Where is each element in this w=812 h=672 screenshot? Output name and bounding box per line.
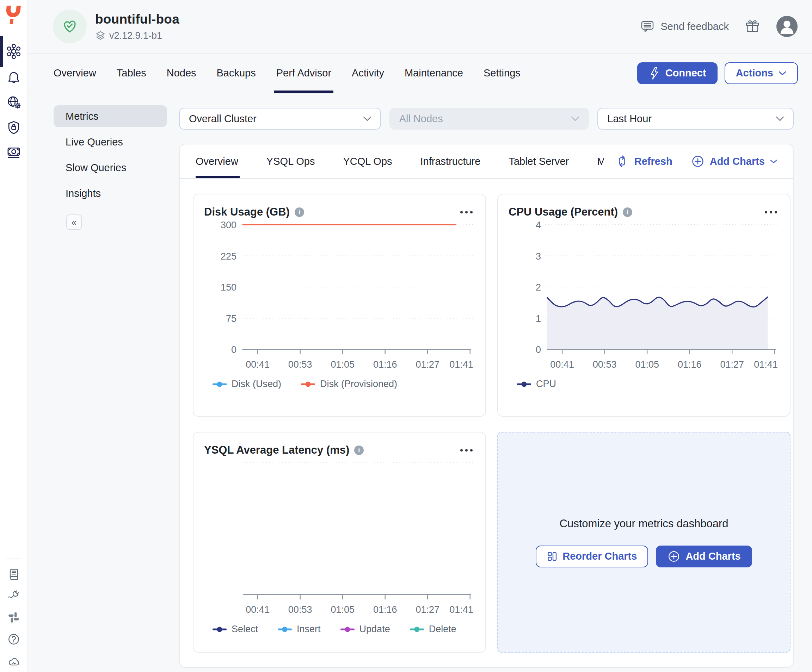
metric-tabs: Overview YSQL Ops YCQL Ops Infrastructur… <box>196 145 604 178</box>
rail-security-icon[interactable] <box>0 115 28 140</box>
ysql-latency-legend: SelectInsertUpdateDelete <box>213 624 475 635</box>
metric-tab-tablet-server[interactable]: Tablet Server <box>508 145 569 178</box>
cluster-nav: Overview Tables Nodes Backups Perf Advis… <box>28 54 812 94</box>
svg-text:2: 2 <box>536 282 541 293</box>
refresh-icon <box>615 154 629 169</box>
svg-text:00:41: 00:41 <box>246 604 270 615</box>
reorder-charts-button[interactable]: Reorder Charts <box>536 546 648 567</box>
metric-tab-ysql-ops[interactable]: YSQL Ops <box>266 145 315 178</box>
ysql-latency-plot: 00:4100:5301:0501:1601:2701:41 <box>204 458 475 622</box>
svg-text:01:16: 01:16 <box>678 359 702 370</box>
time-range-select[interactable]: Last Hour <box>597 108 794 129</box>
refresh-button[interactable]: Refresh <box>615 154 672 169</box>
metric-tab-master-server[interactable]: Mas <box>597 145 604 178</box>
svg-text:01:16: 01:16 <box>373 604 397 615</box>
chart-menu-button[interactable] <box>458 209 475 216</box>
tab-activity[interactable]: Activity <box>352 54 384 93</box>
rail-cloud-status-icon[interactable] <box>0 650 28 672</box>
legend-item[interactable]: Disk (Provisioned) <box>301 379 397 390</box>
rail-network-access-icon[interactable] <box>0 90 28 115</box>
yugabyte-logo-icon[interactable] <box>5 5 23 25</box>
info-icon[interactable]: i <box>295 208 304 217</box>
tab-tables[interactable]: Tables <box>117 54 146 93</box>
chart-menu-button[interactable] <box>458 447 475 454</box>
legend-item[interactable]: Disk (Used) <box>213 379 281 390</box>
subnav-item-live-queries[interactable]: Live Queries <box>54 131 167 153</box>
cluster-name: bountiful-boa <box>95 12 179 27</box>
customize-dashboard-panel: Customize your metrics dashboard <box>497 432 790 653</box>
metrics-panel: Overview YSQL Ops YCQL Ops Infrastructur… <box>179 144 794 668</box>
rail-docs-icon[interactable] <box>0 563 28 585</box>
svg-text:01:05: 01:05 <box>331 359 355 370</box>
tab-perf-advisor[interactable]: Perf Advisor <box>276 54 331 93</box>
subnav-item-slow-queries[interactable]: Slow Queries <box>54 157 167 179</box>
chevron-down-icon <box>363 116 372 121</box>
info-icon[interactable]: i <box>623 208 632 217</box>
metrics-workspace: Overall Cluster All Nodes Last Hour <box>179 94 812 672</box>
user-avatar[interactable] <box>776 15 798 37</box>
chart-card-cpu-usage: CPU Usage (Percent) i 00:4100:5301:0501:… <box>497 194 790 417</box>
add-charts-dropdown-button[interactable]: Add Charts <box>691 154 778 168</box>
subnav-item-insights[interactable]: Insights <box>54 182 167 204</box>
chevron-down-icon <box>778 70 786 76</box>
cluster-version: v2.12.9.1-b1 <box>109 30 162 41</box>
svg-text:01:16: 01:16 <box>373 359 397 370</box>
svg-text:01:41: 01:41 <box>449 359 473 370</box>
cluster-scope-select[interactable]: Overall Cluster <box>179 108 381 129</box>
tab-overview[interactable]: Overview <box>54 54 96 93</box>
subnav-item-metrics[interactable]: Metrics <box>54 105 167 127</box>
chevron-down-icon <box>571 116 580 121</box>
cpu-usage-plot: 00:4100:5301:0501:1601:2701:4101234 <box>508 220 779 376</box>
plus-circle-icon <box>691 154 705 168</box>
svg-text:75: 75 <box>226 313 237 324</box>
svg-text:00:53: 00:53 <box>288 604 312 615</box>
gift-icon[interactable] <box>744 18 761 34</box>
disk-usage-legend: Disk (Used)Disk (Provisioned) <box>213 379 475 390</box>
actions-button[interactable]: Actions <box>725 62 798 84</box>
legend-item[interactable]: Insert <box>278 624 321 635</box>
svg-text:01:41: 01:41 <box>754 359 778 370</box>
collapse-sidebar-button[interactable]: « <box>66 214 82 230</box>
svg-text:00:53: 00:53 <box>288 359 312 370</box>
rail-clusters-icon[interactable] <box>0 39 28 64</box>
legend-item[interactable]: Update <box>340 624 390 635</box>
legend-item[interactable]: Select <box>213 624 258 635</box>
rail-help-icon[interactable] <box>0 628 28 650</box>
disk-usage-plot: 00:4100:5301:0501:1601:2701:410751502253… <box>204 220 475 376</box>
svg-text:01:27: 01:27 <box>416 359 440 370</box>
legend-item[interactable]: Delete <box>410 624 456 635</box>
chevron-down-icon <box>775 116 785 121</box>
add-charts-button[interactable]: Add Charts <box>656 546 752 567</box>
chart-title: Disk Usage (GB) <box>204 206 290 218</box>
metric-tab-infrastructure[interactable]: Infrastructure <box>420 145 481 178</box>
metric-tab-ycql-ops[interactable]: YCQL Ops <box>343 145 392 178</box>
chart-title: YSQL Average Latency (ms) <box>204 444 349 456</box>
metric-tab-overview[interactable]: Overview <box>196 145 238 178</box>
svg-text:01:41: 01:41 <box>449 604 473 615</box>
rail-alerts-icon[interactable] <box>0 64 28 90</box>
svg-text:0: 0 <box>231 344 237 355</box>
connect-button[interactable]: Connect <box>637 62 718 84</box>
rail-integrations-icon[interactable] <box>0 585 28 606</box>
tab-maintenance[interactable]: Maintenance <box>404 54 463 93</box>
svg-text:3: 3 <box>536 251 541 262</box>
svg-text:00:41: 00:41 <box>550 359 574 370</box>
perf-advisor-subnav: Metrics Live Queries Slow Queries Insigh… <box>28 94 179 672</box>
legend-item[interactable]: CPU <box>517 379 556 390</box>
rail-slack-icon[interactable] <box>0 606 28 628</box>
tab-backups[interactable]: Backups <box>217 54 256 93</box>
tab-settings[interactable]: Settings <box>484 54 520 93</box>
node-scope-select: All Nodes <box>389 108 589 129</box>
svg-text:01:05: 01:05 <box>635 359 659 370</box>
customize-message: Customize your metrics dashboard <box>560 517 728 530</box>
svg-text:225: 225 <box>221 251 237 262</box>
rail-billing-icon[interactable] <box>0 140 28 165</box>
info-icon[interactable]: i <box>354 446 364 455</box>
chart-title: CPU Usage (Percent) <box>508 206 618 218</box>
cluster-health-icon <box>53 10 87 43</box>
chart-menu-button[interactable] <box>763 209 779 216</box>
svg-text:1: 1 <box>536 313 541 324</box>
svg-text:0: 0 <box>536 344 541 355</box>
tab-nodes[interactable]: Nodes <box>167 54 196 93</box>
send-feedback-button[interactable]: Send feedback <box>640 19 729 34</box>
